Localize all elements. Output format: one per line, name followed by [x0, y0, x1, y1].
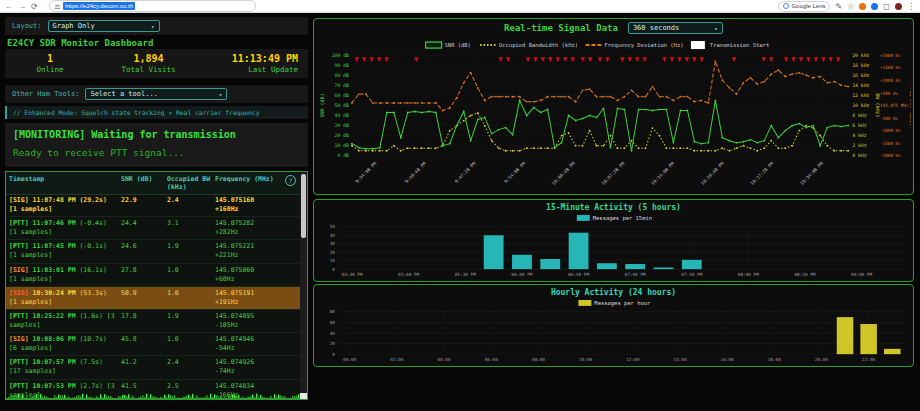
table-row[interactable]: [SIG] 11:07:48 PM (29.2s) [1 samples]22.…: [6, 194, 300, 217]
table-row[interactable]: [PTT] 11:07:46 PM (-0.4s) [1 samples]24.…: [6, 217, 300, 240]
cell-timestamp: [PTT] 11:07:45 PM (-0.1s) [1 samples]: [9, 242, 121, 260]
activity-15min-title: 15-Minute Activity (5 hours): [314, 203, 913, 212]
menu-dots-icon[interactable]: ⋮: [907, 2, 915, 11]
svg-text:60 dB: 60 dB: [335, 93, 349, 98]
forward-icon[interactable]: →: [18, 0, 26, 13]
ham-tools-select[interactable]: Select a tool... ▾: [85, 88, 227, 100]
svg-text:50: 50: [330, 224, 336, 229]
dashboard-page: Layout: Graph Only ▾ E24CY SDR Monitor D…: [0, 13, 920, 411]
google-lens-button[interactable]: Google Lens: [778, 1, 830, 12]
layout-label: Layout:: [12, 22, 42, 30]
svg-text:9:47:28 PM: 9:47:28 PM: [454, 161, 477, 184]
profile-avatar[interactable]: [895, 3, 902, 10]
svg-text:06:00: 06:00: [485, 357, 499, 362]
svg-text:80 dB: 80 dB: [335, 73, 349, 78]
svg-text:10 dB: 10 dB: [335, 143, 349, 148]
table-row[interactable]: [PTT] 10:07:57 PM (7.5s) [17 samples]41.…: [6, 356, 300, 379]
cell-snr: 17.8: [121, 312, 167, 330]
enhanced-mode-note: // Enhanced Mode: Squelch state tracking…: [5, 106, 308, 119]
monitoring-status-box: [MONITORING] Waiting for transmission Re…: [5, 123, 308, 167]
svg-text:2 kHz: 2 kHz: [852, 143, 866, 148]
svg-text:10:14:08 PM: 10:14:08 PM: [650, 161, 675, 186]
svg-text:07:00 PM: 07:00 PM: [625, 272, 646, 277]
svg-text:20: 20: [330, 341, 336, 346]
svg-text:06:00 PM: 06:00 PM: [511, 272, 532, 277]
svg-text:0: 0: [332, 267, 335, 272]
table-row[interactable]: [SIG] 11:03:01 PM (16.1s) [1 samples]27.…: [6, 264, 300, 287]
svg-text:70 dB: 70 dB: [335, 83, 349, 88]
cell-frequency: 145.075160+160Hz: [215, 196, 300, 214]
realtime-signal-title: Real-time Signal Data: [504, 23, 618, 33]
table-scrollbar[interactable]: [300, 172, 307, 399]
stats-bar: 1 Online 1,894 Total Visits 11:13:49 PM …: [5, 49, 308, 78]
svg-text:+500 Hz: +500 Hz: [880, 91, 898, 96]
layout-select[interactable]: Graph Only ▾: [48, 20, 160, 32]
time-range-select[interactable]: 360 seconds ▾: [628, 22, 723, 34]
table-row[interactable]: [SIG] 10:30:24 PM (53.3s) [1 samples]50.…: [6, 287, 300, 310]
svg-text:12:00: 12:00: [626, 357, 640, 362]
stat-online-label: Online: [15, 65, 85, 74]
svg-text:Messages per 15min: Messages per 15min: [593, 215, 652, 222]
svg-text:02:00: 02:00: [390, 357, 404, 362]
svg-text:Freq Dev (ΔHz): Freq Dev (ΔHz): [908, 84, 911, 126]
svg-text:4 kHz: 4 kHz: [852, 133, 866, 138]
cell-frequency: 145.074946-54Hz: [215, 335, 300, 353]
svg-text:50 dB: 50 dB: [335, 103, 349, 108]
svg-text:30: 30: [330, 241, 336, 246]
svg-text:40: 40: [330, 233, 336, 238]
svg-text:9:34:08 PM: 9:34:08 PM: [354, 161, 377, 184]
svg-text:-500 Hz: -500 Hz: [880, 116, 898, 121]
svg-text:12 kHz: 12 kHz: [852, 93, 869, 98]
svg-text:SNR (dB): SNR (dB): [319, 93, 325, 117]
extension-icon-2[interactable]: [871, 3, 878, 10]
svg-text:6 kHz: 6 kHz: [852, 123, 866, 128]
svg-text:10:07:28 PM: 10:07:28 PM: [601, 161, 626, 186]
svg-text:+2000 Hz: +2000 Hz: [880, 53, 901, 58]
cell-bw: 2.4: [167, 358, 215, 376]
cell-snr: 41.2: [121, 358, 167, 376]
extensions-puzzle-icon[interactable]: ◻: [883, 2, 890, 11]
bookmark-star-icon[interactable]: ☆: [847, 2, 854, 11]
chevron-down-icon: ▾: [219, 91, 223, 98]
svg-text:Frequency Deviation (Hz): Frequency Deviation (Hz): [604, 42, 683, 49]
col-snr: SNR (dB): [121, 175, 167, 192]
table-row[interactable]: [PTT] 10:25:22 PM (1.6s) [3 samples]17.8…: [6, 310, 300, 333]
search-pen-icon[interactable]: ✎: [835, 2, 842, 11]
svg-text:+1500 Hz: +1500 Hz: [880, 65, 901, 70]
svg-text:04:30 PM: 04:30 PM: [342, 272, 363, 277]
hourly-activity-panel: Hourly Activity (24 hours) Messages per …: [313, 284, 914, 367]
table-row[interactable]: [PTT] 11:07:45 PM (-0.1s) [1 samples]24.…: [6, 240, 300, 263]
page-title: E24CY SDR Monitor Dashboard: [7, 38, 153, 48]
svg-text:18:00: 18:00: [768, 357, 782, 362]
svg-text:06:30 PM: 06:30 PM: [568, 272, 589, 277]
chevron-down-icon: ▾: [151, 23, 155, 30]
svg-text:16:00: 16:00: [721, 357, 735, 362]
svg-text:10 kHz: 10 kHz: [852, 103, 869, 108]
help-icon[interactable]: ?: [285, 175, 296, 186]
cell-frequency: 145.075191+191Hz: [215, 289, 300, 307]
svg-text:80: 80: [330, 309, 336, 314]
table-header: Timestamp SNR (dB) Occupied BW (kHz) Fre…: [6, 172, 307, 195]
cell-snr: 27.8: [121, 266, 167, 284]
site-info-icon[interactable]: ⚖: [55, 3, 60, 10]
ham-tools-select-value: Select a tool...: [90, 90, 157, 98]
url-bar[interactable]: ⚖ https://e24cy.decom.co.th: [49, 0, 256, 12]
svg-text:-2000 Hz: -2000 Hz: [880, 153, 901, 158]
svg-text:04:00: 04:00: [437, 357, 451, 362]
svg-text:90 dB: 90 dB: [335, 63, 349, 68]
cell-timestamp: [PTT] 11:07:46 PM (-0.4s) [1 samples]: [9, 219, 121, 237]
ham-tools-row: Other Ham Tools: Select a tool... ▾: [5, 85, 308, 103]
back-icon[interactable]: ←: [5, 0, 13, 13]
stat-total-visits: 1,894 Total Visits: [85, 53, 212, 75]
svg-text:10:27:28 PM: 10:27:28 PM: [750, 161, 775, 186]
refresh-icon[interactable]: ⟳: [31, 0, 38, 13]
cell-timestamp: [PTT] 10:25:22 PM (1.6s) [3 samples]: [9, 312, 121, 330]
extension-icon-1[interactable]: [859, 3, 866, 10]
url-text[interactable]: https://e24cy.decom.co.th: [63, 2, 135, 10]
monitoring-status-line: [MONITORING] Waiting for transmission: [13, 129, 300, 140]
table-row[interactable]: [SIG] 10:08:06 PM (10.7s) [6 samples]45.…: [6, 333, 300, 356]
cell-frequency: 145.075060+60Hz: [215, 266, 300, 284]
cell-timestamp: [SIG] 11:07:48 PM (29.2s) [1 samples]: [9, 196, 121, 214]
stat-total-visits-label: Total Visits: [85, 65, 212, 74]
scrollbar-thumb[interactable]: [301, 174, 306, 238]
